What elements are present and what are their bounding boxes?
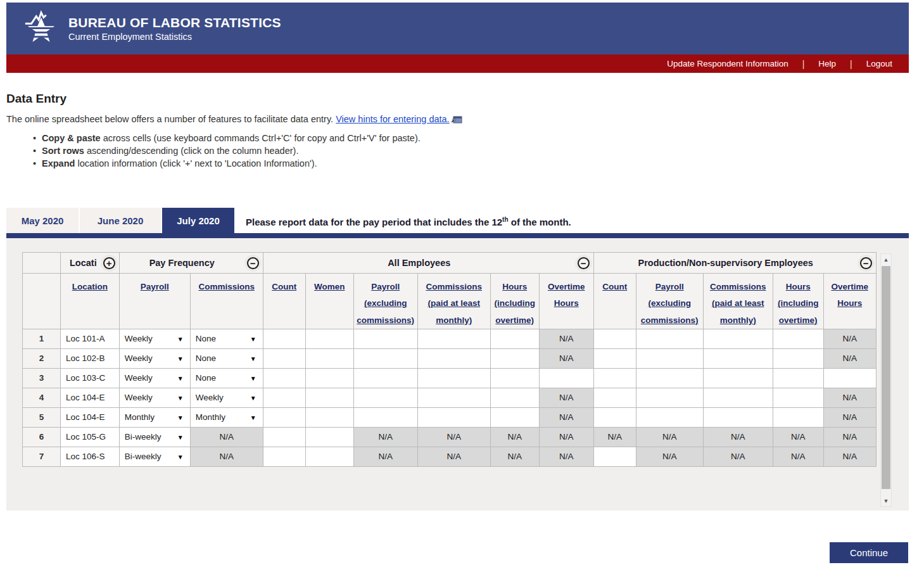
sort-ae-hours[interactable]: Hours(includingovertime) [491,279,539,329]
pn-cell-input[interactable] [636,348,703,368]
sort-commissions[interactable]: Commissions [191,279,263,295]
sort-women[interactable]: Women [306,279,353,295]
sort-count[interactable]: Count [263,279,305,295]
collapse-icon[interactable]: − [247,257,259,269]
ae-cell-input[interactable] [490,329,539,348]
pn-cell-input[interactable] [593,388,636,407]
scroll-down-icon[interactable]: ▼ [881,495,891,506]
pn-cell-input[interactable] [703,329,773,348]
location-cell: Loc 103-C [61,368,120,388]
table-row: 4Loc 104-EWeekly▼Weekly▼N/AN/A [23,388,877,407]
payroll-frequency-select[interactable]: Weekly▼ [119,368,190,388]
tab-may-2020[interactable]: May 2020 [6,208,79,233]
ae-cell-input[interactable] [490,388,539,407]
sort-payroll[interactable]: Payroll [120,279,190,295]
ae-cell-input[interactable] [263,368,305,388]
pn-cell-input[interactable] [703,388,773,407]
ae-cell-input[interactable] [539,368,593,388]
ae-cell-input[interactable] [417,407,490,427]
payroll-frequency-select[interactable]: Weekly▼ [119,388,190,407]
pn-cell-input[interactable] [773,329,823,348]
sort-ae-payroll[interactable]: Payroll(excludingcommissions) [354,279,417,329]
commissions-frequency-select[interactable]: Monthly▼ [190,407,263,427]
commissions-frequency-select[interactable]: None▼ [190,348,263,368]
ae-cell-input[interactable] [490,368,539,388]
pn-cell-input[interactable] [593,447,636,466]
ae-cell-input[interactable] [305,388,353,407]
payroll-frequency-select[interactable]: Weekly▼ [119,329,190,348]
pn-cell-input[interactable] [636,329,703,348]
ae-cell-input[interactable] [263,407,305,427]
tab-june-2020[interactable]: June 2020 [80,208,161,233]
ae-cell-input[interactable] [490,407,539,427]
pn-cell-input[interactable] [773,348,823,368]
ae-cell-input[interactable] [263,447,305,466]
pn-cell-input[interactable] [636,368,703,388]
collapse-icon[interactable]: − [578,257,590,269]
ae-cell-input[interactable] [417,368,490,388]
ae-cell-input[interactable] [305,447,353,466]
ae-cell-input[interactable] [305,427,353,447]
sort-pn-overtime[interactable]: OvertimeHours [824,279,876,312]
ae-cell-input[interactable] [490,348,539,368]
pn-cell-input[interactable] [773,388,823,407]
table-row: 2Loc 102-BWeekly▼None▼N/AN/A [23,348,877,368]
ae-cell-input[interactable] [263,388,305,407]
ae-cell-input[interactable] [353,388,417,407]
payroll-frequency-select[interactable]: Weekly▼ [119,348,190,368]
tab-july-2020[interactable]: July 2020 [162,208,234,233]
pn-cell-input[interactable] [636,388,703,407]
ae-cell-input[interactable] [353,368,417,388]
sort-ae-commissions[interactable]: Commissions(paid at leastmonthly) [418,279,490,329]
continue-button[interactable]: Continue [830,542,908,563]
ae-cell-input[interactable] [263,427,305,447]
sort-pn-count[interactable]: Count [594,279,636,295]
pn-cell-input[interactable] [773,368,823,388]
sort-pn-payroll[interactable]: Payroll(excludingcommissions) [636,279,703,329]
nav-logout[interactable]: Logout [866,59,892,68]
ae-cell-input[interactable] [353,407,417,427]
pn-cell-input[interactable] [593,368,636,388]
payroll-frequency-select[interactable]: Bi-weekly▼ [119,447,190,466]
payroll-frequency-select[interactable]: Bi-weekly▼ [119,427,190,447]
pn-cell-input[interactable] [593,348,636,368]
ae-cell-input[interactable] [263,329,305,348]
pn-cell-input[interactable] [703,368,773,388]
pn-cell-input[interactable] [703,407,773,427]
ae-cell-input[interactable] [305,348,353,368]
ae-cell-input[interactable] [305,368,353,388]
sort-location[interactable]: Location [61,279,119,295]
scrollbar-thumb[interactable] [882,266,890,489]
collapse-icon[interactable]: − [860,257,872,269]
pn-cell-input[interactable] [593,329,636,348]
pn-cell-input[interactable] [823,368,876,388]
bls-banner: BUREAU OF LABOR STATISTICS Current Emplo… [6,3,909,54]
ae-cell-input[interactable] [263,348,305,368]
vertical-scrollbar[interactable]: ▲ ▼ [880,253,892,507]
ae-cell-input[interactable] [417,348,490,368]
payroll-frequency-select[interactable]: Monthly▼ [119,407,190,427]
scroll-up-icon[interactable]: ▲ [881,254,891,265]
pn-cell-input[interactable] [593,407,636,427]
ae-cell-input[interactable] [305,329,353,348]
commissions-frequency-select[interactable]: None▼ [190,329,263,348]
ae-cell-input[interactable] [417,388,490,407]
col-pn-overtime: OvertimeHours [823,274,876,329]
ae-cell-input[interactable] [417,329,490,348]
nav-help[interactable]: Help [818,59,836,68]
pn-cell-input[interactable] [636,407,703,427]
sort-pn-hours[interactable]: Hours(includingovertime) [773,279,823,329]
nav-update-respondent-information[interactable]: Update Respondent Information [667,59,788,68]
ae-cell-input[interactable] [305,407,353,427]
col-payroll-frequency: Payroll [119,274,190,329]
ae-cell-input[interactable] [353,348,417,368]
sort-pn-commissions[interactable]: Commissions(paid at leastmonthly) [704,279,773,329]
view-hints-link[interactable]: View hints for entering data. [336,114,449,124]
pn-cell-input[interactable] [703,348,773,368]
sort-ae-overtime[interactable]: OvertimeHours [540,279,593,312]
commissions-frequency-select[interactable]: None▼ [190,368,263,388]
expand-icon[interactable]: + [103,257,115,269]
commissions-frequency-select[interactable]: Weekly▼ [190,388,263,407]
ae-cell-input[interactable] [353,329,417,348]
pn-cell-input[interactable] [773,407,823,427]
